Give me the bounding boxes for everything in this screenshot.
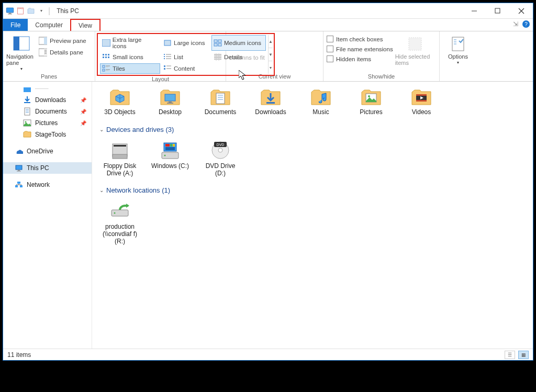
layout-extra-large-icons[interactable]: Extra large icons <box>100 35 160 51</box>
sidebar-item-label: This PC <box>27 164 49 172</box>
help-icon[interactable]: ? <box>522 20 530 28</box>
svg-rect-31 <box>164 58 165 59</box>
minimize-button[interactable] <box>462 3 486 19</box>
pc-icon <box>15 164 23 172</box>
chevron-down-icon: ⌄ <box>99 127 104 132</box>
item-label: Desktop <box>159 109 182 116</box>
tab-view[interactable]: View <box>70 19 100 31</box>
item-production-convdiaf-f-r-[interactable]: production (\\convdiaf f) (R:) <box>99 199 140 245</box>
close-button[interactable] <box>509 3 533 19</box>
sidebar-item-downloads[interactable]: Downloads📌 <box>3 94 92 106</box>
item-dvd-drive-d-[interactable]: DVDDVD Drive (D:) <box>200 139 241 177</box>
item-music[interactable]: Music <box>300 85 341 116</box>
preview-pane-button[interactable]: Preview pane <box>39 37 86 45</box>
sidebar-item-stagetools[interactable]: StageTools <box>3 129 92 140</box>
panes-group-label: Panes <box>3 73 95 81</box>
svg-rect-81 <box>165 147 175 150</box>
item-windows-c-[interactable]: Windows (C:) <box>150 139 191 177</box>
svg-rect-25 <box>105 57 107 58</box>
dvd-icon: DVD <box>209 139 232 162</box>
svg-rect-71 <box>416 100 427 102</box>
svg-rect-7 <box>14 37 19 50</box>
svg-rect-58 <box>17 171 21 172</box>
navigation-pane-button[interactable]: Navigation pane ▼ <box>6 33 37 71</box>
options-button[interactable]: Options ▼ <box>443 33 473 64</box>
item-3d-objects[interactable]: 3D Objects <box>99 85 140 116</box>
details-pane-button[interactable]: Details pane <box>39 48 86 57</box>
item-desktop[interactable]: Desktop <box>150 85 191 116</box>
hide-selected-items-button[interactable]: Hide selected items <box>395 33 435 66</box>
item-label: DVD Drive (D:) <box>200 163 241 177</box>
sidebar-item-label: Pictures <box>35 119 58 127</box>
item-videos[interactable]: Videos <box>401 85 442 116</box>
layout-group-label: Layout <box>95 76 226 84</box>
sidebar-item-cut[interactable]: ─── <box>3 83 92 94</box>
item-label: Downloads <box>255 109 286 116</box>
layout-gallery-scrollbar[interactable]: ▲ ▼ ▾ <box>268 35 273 74</box>
showhide-group-label: Show/hide <box>323 73 439 81</box>
svg-rect-62 <box>165 94 175 101</box>
layout-details[interactable]: Details <box>211 52 266 62</box>
svg-rect-51 <box>24 87 31 92</box>
item-label: production (\\convdiaf f) (R:) <box>99 223 140 245</box>
sidebar-item-this-pc[interactable]: This PC <box>3 162 92 174</box>
layout-medium-icons[interactable]: Medium icons <box>211 35 266 51</box>
devices-section-header[interactable]: ⌄ Devices and drives (3) <box>99 126 533 133</box>
navigation-tree[interactable]: ─── Downloads📌Documents📌Pictures📌StageTo… <box>3 82 92 349</box>
svg-rect-15 <box>102 39 110 47</box>
docs-icon <box>209 85 232 108</box>
svg-point-68 <box>368 95 370 97</box>
tab-file[interactable]: File <box>3 19 28 31</box>
svg-rect-74 <box>113 154 127 159</box>
checkbox-icon <box>327 36 333 42</box>
layout-tiles[interactable]: Tiles <box>100 63 160 74</box>
sidebar-item-pictures[interactable]: Pictures📌 <box>3 117 92 129</box>
svg-rect-66 <box>266 102 275 104</box>
item-floppy-disk-drive-a-[interactable]: Floppy Disk Drive (A:) <box>99 139 140 177</box>
item-label: Videos <box>412 109 431 116</box>
svg-rect-26 <box>108 57 109 58</box>
sidebar-item-onedrive[interactable]: OneDrive <box>3 145 92 157</box>
item-check-boxes-toggle[interactable]: Item check boxes <box>327 36 393 42</box>
svg-rect-57 <box>18 170 20 171</box>
sidebar-item-documents[interactable]: Documents📌 <box>3 106 92 117</box>
item-downloads[interactable]: Downloads <box>250 85 291 116</box>
file-name-extensions-toggle[interactable]: File name extensions <box>327 46 393 52</box>
pin-icon: 📌 <box>80 120 86 126</box>
qat-dropdown-icon[interactable]: ▾ <box>37 6 46 16</box>
items-view[interactable]: 3D ObjectsDesktopDocumentsDownloadsMusic… <box>92 82 533 349</box>
layout-gallery[interactable]: Extra large icons Large icons Medium ico… <box>97 33 275 76</box>
svg-rect-16 <box>164 40 171 46</box>
hidden-items-toggle[interactable]: Hidden items <box>327 55 393 62</box>
svg-rect-23 <box>108 54 109 55</box>
details-view-toggle[interactable]: ☰ <box>505 351 515 359</box>
music-icon <box>309 85 332 108</box>
maximize-button[interactable] <box>486 3 509 19</box>
desktop-icon <box>159 85 182 108</box>
properties-icon[interactable] <box>16 6 25 16</box>
chevron-down-icon: ⌄ <box>99 187 104 193</box>
svg-rect-59 <box>15 185 18 187</box>
quick-access-toolbar: ▾ | <box>3 6 53 16</box>
item-pictures[interactable]: Pictures <box>351 85 392 116</box>
svg-rect-29 <box>164 56 165 57</box>
svg-rect-80 <box>173 144 175 147</box>
net-icon <box>15 181 23 189</box>
icons-view-toggle[interactable]: ▦ <box>518 351 529 359</box>
item-documents[interactable]: Documents <box>200 85 241 116</box>
tab-computer[interactable]: Computer <box>28 19 70 31</box>
ribbon-minimize-icon[interactable]: ⇲ <box>513 20 518 28</box>
doc-icon <box>23 107 31 116</box>
layout-small-icons[interactable]: Small icons <box>100 52 160 62</box>
network-locations-header[interactable]: ⌄ Network locations (1) <box>99 186 533 194</box>
onedrive-icon <box>15 147 23 155</box>
layout-list[interactable]: List <box>161 52 210 62</box>
sidebar-item-label: Downloads <box>35 96 66 104</box>
layout-content[interactable]: Content <box>161 63 210 74</box>
item-label: Pictures <box>360 109 382 116</box>
layout-large-icons[interactable]: Large icons <box>161 35 210 51</box>
sidebar-item-network[interactable]: Network <box>3 179 92 191</box>
ribbon-view: Navigation pane ▼ Preview pane Details p… <box>3 31 533 82</box>
download-icon <box>23 96 31 104</box>
item-label: Music <box>312 109 329 116</box>
